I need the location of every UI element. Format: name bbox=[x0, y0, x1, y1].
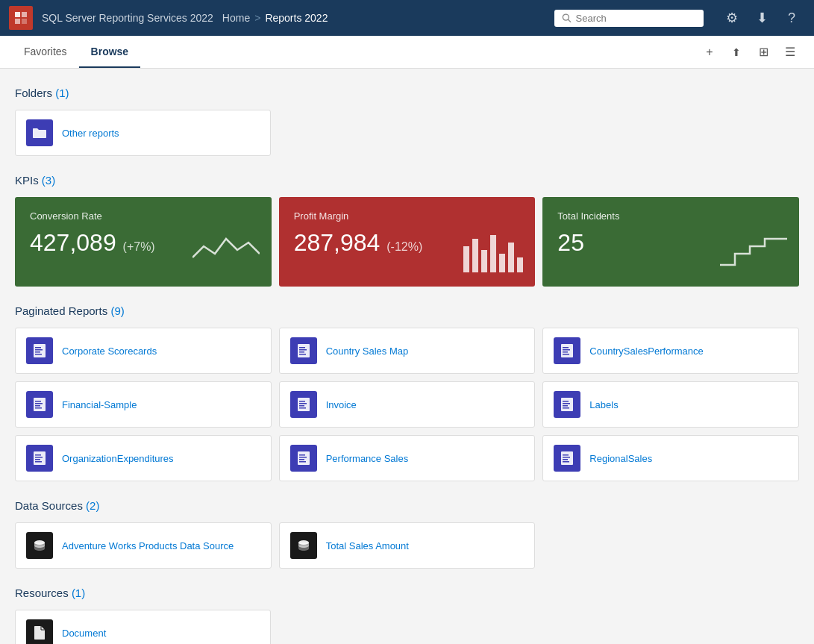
report-organization-expenditures[interactable]: OrganizationExpenditures bbox=[15, 435, 272, 481]
tab-browse[interactable]: Browse bbox=[79, 37, 141, 68]
search-box[interactable] bbox=[554, 10, 704, 27]
svg-rect-49 bbox=[299, 454, 305, 456]
kpi-conversion-rate-title: Conversion Rate bbox=[30, 210, 257, 222]
settings-button[interactable]: ⚙ bbox=[718, 4, 745, 31]
svg-rect-20 bbox=[299, 349, 307, 351]
datasource-total-sales[interactable]: Total Sales Amount bbox=[279, 522, 536, 569]
report-label: CountrySalesPerformance bbox=[589, 346, 703, 357]
report-label: Financial-Sample bbox=[62, 399, 137, 410]
main-content: Folders (1) Other reports KPIs (3) Conve… bbox=[0, 69, 814, 644]
download-button[interactable]: ⬇ bbox=[748, 4, 775, 31]
svg-rect-29 bbox=[35, 401, 41, 402]
svg-line-5 bbox=[569, 19, 571, 22]
report-label: RegionalSales bbox=[589, 453, 652, 464]
datasource-label: Total Sales Amount bbox=[326, 540, 409, 551]
svg-rect-47 bbox=[35, 461, 42, 463]
svg-rect-44 bbox=[35, 454, 41, 456]
svg-rect-31 bbox=[35, 405, 40, 407]
kpis-section-title: KPIs (3) bbox=[15, 174, 799, 187]
svg-rect-39 bbox=[563, 401, 569, 402]
upload-button[interactable]: ⬆ bbox=[724, 40, 748, 64]
folders-section: Folders (1) Other reports bbox=[15, 87, 799, 156]
report-icon bbox=[290, 337, 317, 364]
tab-action-buttons: + ⬆ ⊞ ☰ bbox=[698, 40, 802, 64]
report-label: Performance Sales bbox=[326, 453, 409, 464]
report-icon bbox=[554, 337, 580, 364]
svg-rect-3 bbox=[22, 19, 27, 24]
report-regional-sales[interactable]: RegionalSales bbox=[542, 435, 799, 481]
report-labels[interactable]: Labels bbox=[542, 381, 799, 428]
svg-rect-8 bbox=[481, 250, 487, 272]
svg-rect-16 bbox=[35, 351, 40, 353]
report-financial-sample[interactable]: Financial-Sample bbox=[15, 381, 272, 428]
svg-rect-42 bbox=[563, 407, 569, 409]
svg-rect-52 bbox=[299, 461, 306, 463]
svg-rect-15 bbox=[35, 349, 43, 351]
report-invoice[interactable]: Invoice bbox=[279, 381, 536, 428]
search-input[interactable] bbox=[576, 13, 696, 24]
list-view-button[interactable]: ☰ bbox=[778, 40, 802, 64]
svg-rect-46 bbox=[35, 459, 40, 460]
report-label: Labels bbox=[589, 399, 618, 410]
svg-rect-6 bbox=[463, 246, 469, 272]
svg-rect-56 bbox=[563, 459, 568, 460]
nav-separator: > bbox=[254, 12, 260, 24]
app-title: SQL Server Reporting Services 2022 bbox=[42, 12, 213, 24]
svg-rect-18 bbox=[298, 344, 310, 357]
svg-rect-0 bbox=[15, 12, 20, 17]
resources-section-title: Resources (1) bbox=[15, 587, 799, 599]
kpi-conversion-chart bbox=[192, 231, 260, 275]
search-icon bbox=[562, 13, 572, 23]
nav-current: Reports 2022 bbox=[265, 12, 328, 24]
kpi-incidents-chart bbox=[720, 231, 787, 275]
svg-rect-30 bbox=[35, 403, 43, 404]
new-button[interactable]: + bbox=[698, 40, 721, 64]
report-label: Country Sales Map bbox=[326, 346, 409, 357]
svg-rect-45 bbox=[35, 457, 43, 458]
report-label: Invoice bbox=[326, 399, 357, 410]
svg-rect-21 bbox=[299, 351, 304, 353]
help-button[interactable]: ? bbox=[778, 4, 805, 31]
svg-rect-10 bbox=[499, 254, 505, 272]
folder-other-reports[interactable]: Other reports bbox=[15, 110, 271, 156]
report-icon bbox=[554, 391, 580, 418]
svg-rect-24 bbox=[563, 347, 569, 348]
header-actions: ⚙ ⬇ ? bbox=[718, 4, 805, 31]
svg-rect-7 bbox=[472, 239, 478, 272]
svg-rect-9 bbox=[490, 235, 496, 272]
tiles-view-button[interactable]: ⊞ bbox=[751, 40, 775, 64]
svg-rect-57 bbox=[563, 461, 569, 463]
report-icon bbox=[290, 445, 317, 472]
paginated-reports-section: Paginated Reports (9) Corporate Scorecar… bbox=[15, 304, 799, 481]
kpi-grid: Conversion Rate 427,089 (+7%) Profit Mar… bbox=[15, 197, 799, 287]
report-icon bbox=[26, 391, 53, 418]
kpi-total-incidents[interactable]: Total Incidents 25 bbox=[542, 197, 799, 287]
kpi-profit-chart bbox=[463, 231, 523, 275]
kpis-section: KPIs (3) Conversion Rate 427,089 (+7%) P… bbox=[15, 174, 799, 287]
svg-rect-38 bbox=[561, 398, 573, 411]
data-sources-section: Data Sources (2) Adventure Works Product… bbox=[15, 499, 799, 569]
svg-rect-11 bbox=[508, 243, 514, 272]
folders-section-title: Folders (1) bbox=[15, 87, 799, 99]
folder-label: Other reports bbox=[62, 128, 119, 139]
report-country-sales-performance[interactable]: CountrySalesPerformance bbox=[542, 328, 799, 374]
svg-rect-37 bbox=[299, 407, 306, 409]
svg-rect-23 bbox=[561, 344, 573, 357]
kpi-conversion-rate[interactable]: Conversion Rate 427,089 (+7%) bbox=[15, 197, 272, 287]
svg-rect-32 bbox=[35, 407, 42, 409]
tab-favorites[interactable]: Favorites bbox=[12, 37, 79, 68]
svg-rect-26 bbox=[563, 351, 568, 353]
svg-rect-2 bbox=[15, 19, 20, 24]
report-country-sales-map[interactable]: Country Sales Map bbox=[279, 328, 536, 374]
datasource-adventure-works[interactable]: Adventure Works Products Data Source bbox=[15, 522, 272, 569]
resource-document[interactable]: Document bbox=[15, 610, 271, 644]
svg-rect-1 bbox=[22, 12, 27, 17]
svg-rect-50 bbox=[299, 457, 307, 458]
report-performance-sales[interactable]: Performance Sales bbox=[279, 435, 536, 481]
paginated-reports-grid: Corporate Scorecards Country Sales Map bbox=[15, 328, 799, 481]
svg-rect-48 bbox=[298, 451, 310, 465]
report-corporate-scorecards[interactable]: Corporate Scorecards bbox=[15, 328, 272, 374]
kpi-profit-margin[interactable]: Profit Margin 287,984 (-12%) bbox=[279, 197, 536, 287]
svg-rect-51 bbox=[299, 459, 304, 460]
nav-home[interactable]: Home bbox=[222, 12, 250, 24]
